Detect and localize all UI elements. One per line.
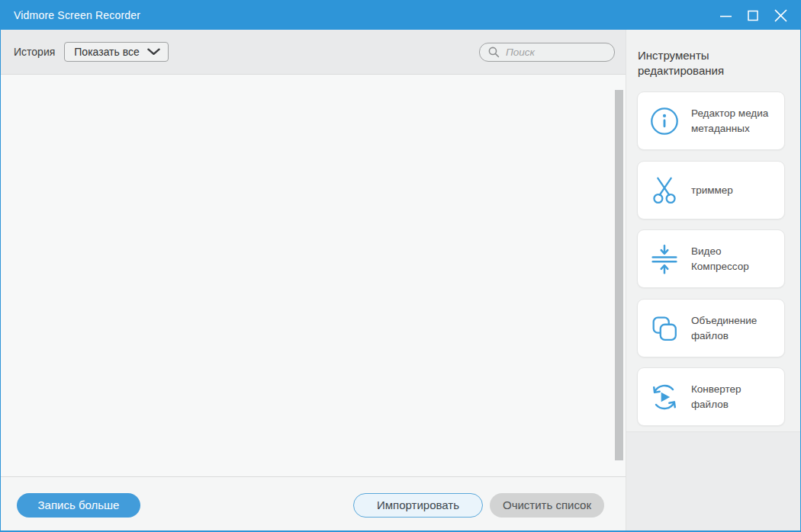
history-filter-value: Показать все: [74, 46, 139, 58]
tool-card-trimmer[interactable]: триммер: [637, 161, 785, 220]
titlebar[interactable]: Vidmore Screen Recorder: [1, 1, 800, 30]
window-title: Vidmore Screen Recorder: [14, 9, 140, 21]
compress-icon: [648, 242, 681, 276]
sidebar-title: Инструменты редактирования: [638, 48, 760, 79]
merge-icon: [648, 312, 681, 345]
footer-bar: Запись больше Импортировать Очистить спи…: [1, 476, 626, 531]
history-filter-dropdown[interactable]: Показать все: [64, 42, 169, 62]
search-input[interactable]: [506, 46, 606, 58]
tool-label: Редактор медиа метаданных: [691, 106, 778, 136]
convert-icon: [648, 380, 681, 414]
history-label: История: [14, 46, 55, 58]
tool-label: триммер: [691, 183, 778, 198]
close-button[interactable]: [767, 1, 794, 30]
editing-tools-sidebar: Инструменты редактирования Редактор меди…: [626, 30, 800, 530]
record-more-button[interactable]: Запись больше: [17, 493, 140, 518]
minimize-icon: [719, 9, 732, 22]
scissors-icon: [648, 174, 681, 207]
search-box[interactable]: [479, 43, 615, 62]
search-icon: [487, 46, 500, 59]
chevron-down-icon: [147, 48, 160, 56]
app-window: Vidmore Screen Recorder История: [0, 0, 801, 532]
info-circle-icon: [648, 104, 681, 138]
close-icon: [774, 8, 788, 23]
tool-card-metadata-editor[interactable]: Редактор медиа метаданных: [637, 91, 785, 150]
maximize-button[interactable]: [739, 1, 767, 30]
window-controls: [712, 1, 800, 30]
tool-label: Видео Компрессор: [691, 244, 778, 274]
sidebar-tools-panel: Инструменты редактирования Редактор меди…: [626, 30, 800, 432]
minimize-button[interactable]: [712, 1, 739, 30]
import-button[interactable]: Импортировать: [353, 493, 483, 518]
tool-card-video-compressor[interactable]: Видео Компрессор: [637, 229, 785, 288]
history-toolbar: История Показать все: [1, 30, 626, 75]
maximize-icon: [747, 9, 760, 22]
recording-list: [1, 75, 626, 476]
tool-label: Конвертер файлов: [691, 382, 778, 412]
tool-card-file-merger[interactable]: Объединение файлов: [637, 299, 785, 357]
tool-label: Объединение файлов: [691, 313, 778, 343]
clear-list-button[interactable]: Очистить список: [490, 493, 604, 518]
tool-card-file-converter[interactable]: Конвертер файлов: [637, 367, 785, 426]
scrollbar[interactable]: [615, 90, 623, 460]
